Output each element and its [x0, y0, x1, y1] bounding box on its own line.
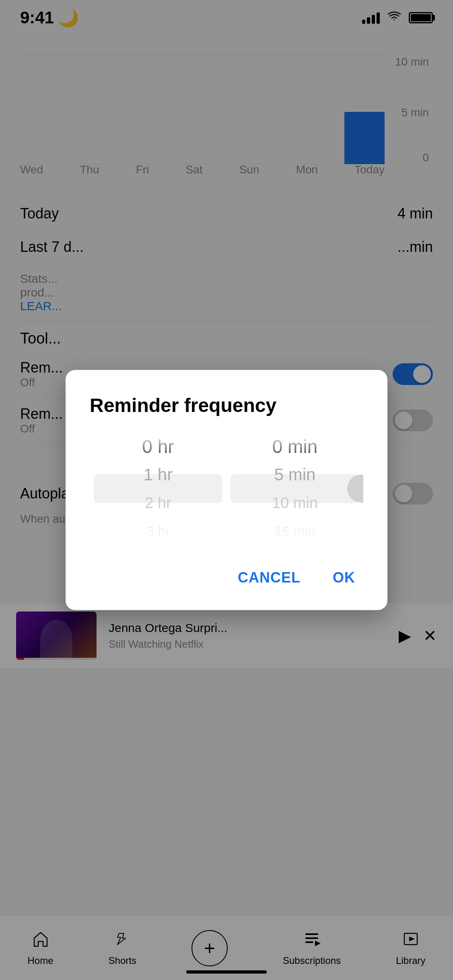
- home-indicator: [186, 970, 267, 974]
- ok-button[interactable]: OK: [325, 565, 363, 590]
- dialog-buttons: CANCEL OK: [90, 565, 363, 590]
- hours-picker[interactable]: 0 hr 1 hr 2 hr 3 hr: [90, 432, 226, 545]
- cancel-button[interactable]: CANCEL: [230, 565, 309, 590]
- picker-hour-1: 1 hr: [90, 461, 226, 489]
- reminder-frequency-dialog: Reminder frequency 0 hr 1 hr 2 hr 3 hr 0…: [66, 370, 387, 610]
- dialog-title: Reminder frequency: [90, 394, 363, 416]
- minutes-picker[interactable]: 0 min 5 min 10 min 15 min: [226, 432, 363, 545]
- picker-container[interactable]: 0 hr 1 hr 2 hr 3 hr 0 min 5 min 10 min 1…: [90, 432, 363, 545]
- picker-min-5: 5 min: [226, 461, 363, 489]
